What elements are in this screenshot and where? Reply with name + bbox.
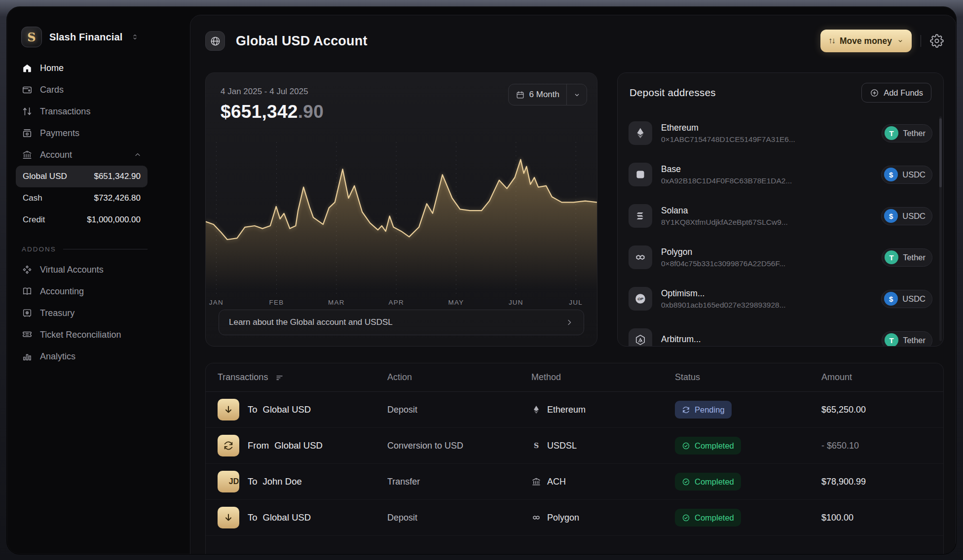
sidebar-nav-item[interactable]: Home <box>16 57 148 79</box>
deposit-addresses-panel: Deposit addresses Add Funds <box>617 72 944 347</box>
move-money-button[interactable]: ↑↓ Move money <box>820 30 912 52</box>
transaction-row[interactable]: To Global USD Deposit Ethereum Pending <box>206 392 943 428</box>
token-label: USDC <box>902 211 926 221</box>
deposit-address-row[interactable]: Base 0xA92B18C1D4F0F8C63B78E1DA2... $ US… <box>629 161 932 188</box>
token-badge: T Tether <box>882 331 932 347</box>
deposit-address-row[interactable]: Arbitrum... T Tether <box>629 326 932 347</box>
sidebar-addon-item[interactable]: Accounting <box>16 280 148 302</box>
account-label: Credit <box>23 215 45 225</box>
sidebar-nav-item[interactable]: Account <box>16 144 148 166</box>
account-row[interactable]: Global USD $651,342.90 <box>16 166 148 187</box>
settings-gear-icon[interactable] <box>930 34 944 48</box>
month-label: JUN <box>509 299 523 306</box>
account-amount: $732,426.80 <box>94 193 141 203</box>
chain-icon <box>634 334 647 347</box>
deposit-address-row[interactable]: OP Optimism... 0xb8901acb165ed027e329893… <box>629 285 932 313</box>
account-label: Cash <box>23 193 42 203</box>
transaction-glyph <box>223 512 234 523</box>
token-icon: $ <box>884 292 898 306</box>
chain-icon-chip <box>629 328 652 347</box>
cell-action: Conversion to USD <box>387 441 531 451</box>
transaction-label: From Global USD <box>248 440 323 451</box>
month-label: JAN <box>209 299 223 306</box>
sidebar: S Slash Financial Home Cards <box>7 7 190 554</box>
sort-icon[interactable] <box>275 373 285 383</box>
direction-prefix: From <box>248 440 269 451</box>
nav-icon <box>22 106 33 117</box>
brand-name: Slash Financial <box>49 32 123 43</box>
up-down-arrows-icon: ↑↓ <box>828 36 835 46</box>
addon-label: Treasury <box>40 308 74 318</box>
workspace-switcher[interactable]: S Slash Financial <box>21 27 148 47</box>
transaction-label: To Global USD <box>248 404 311 415</box>
period-selector[interactable]: 6 Month <box>508 84 587 105</box>
status-icon <box>682 514 690 522</box>
scrollbar-thumb[interactable] <box>939 118 942 187</box>
balance-cents: .90 <box>298 102 324 122</box>
month-axis: JANFEBMARAPRMAYJUNJUL <box>206 299 597 309</box>
cell-method: ACH <box>531 477 675 487</box>
transaction-label: To Global USD <box>248 512 311 523</box>
nav-icon <box>22 149 33 160</box>
svg-text:S: S <box>534 442 539 450</box>
addons-header: ADDONS <box>16 245 148 253</box>
addon-icon <box>22 308 33 318</box>
divider <box>921 35 921 47</box>
sidebar-nav-item[interactable]: Transactions <box>16 101 148 122</box>
status-icon <box>682 478 690 486</box>
addon-icon <box>22 351 33 362</box>
balance-chart-card: 4 Jan 2025 - 4 Jul 2025 $651,342.90 6 Mo… <box>205 72 597 347</box>
method-label: Ethereum <box>547 405 586 415</box>
sidebar-nav-item[interactable]: Payments <box>16 122 148 144</box>
period-caret[interactable] <box>567 91 587 99</box>
chain-icon-chip <box>629 204 652 228</box>
direction-prefix: To <box>248 512 258 523</box>
add-funds-button[interactable]: Add Funds <box>861 83 931 103</box>
chain-icon-chip <box>629 121 652 145</box>
method-label: ACH <box>547 477 566 487</box>
transaction-row[interactable]: JD To John Doe Transfer ACH <box>206 464 943 500</box>
cell-action: Transfer <box>387 477 531 487</box>
month-label: APR <box>389 299 404 306</box>
slash-logo-icon: S <box>21 27 42 47</box>
wallet-address: 8Y1KQ8XtfmUdjkfA2eBpt67SLCw9... <box>661 218 788 227</box>
month-label: FEB <box>269 299 284 306</box>
sidebar-addon-item[interactable]: Treasury <box>16 302 148 324</box>
deposit-address-row[interactable]: Ethereum 0×1ABC7154748D1CE5149F7A31E6...… <box>629 119 932 147</box>
account-amount: $1,000,000.00 <box>87 215 141 225</box>
deposit-address-row[interactable]: Polygon 0×8f04c75b331c3099876A22D56F... … <box>629 244 932 271</box>
chain-icon-chip: OP <box>629 287 652 311</box>
transaction-glyph <box>223 440 234 451</box>
method-label: Polygon <box>547 513 579 523</box>
method-icon <box>531 477 541 487</box>
chevron-up-icon <box>134 107 142 115</box>
globe-chip <box>205 31 225 51</box>
sidebar-addon-item[interactable]: Analytics <box>16 346 148 367</box>
token-badge: T Tether <box>882 248 932 267</box>
transaction-label: To John Doe <box>248 476 302 487</box>
nav-icon <box>22 128 33 139</box>
learn-banner[interactable]: Learn about the Global account and USDSL <box>219 310 584 335</box>
addon-label: Analytics <box>40 351 75 362</box>
cell-action: Deposit <box>387 513 531 523</box>
token-label: USDC <box>902 294 926 304</box>
transaction-row[interactable]: To Global USD Deposit Polygon Completed <box>206 500 943 536</box>
chevron-down-icon <box>897 37 904 44</box>
direction-prefix: To <box>248 404 258 415</box>
chain-icon <box>634 210 647 222</box>
plus-circle-icon <box>870 88 879 98</box>
network-name: Polygon <box>661 247 785 257</box>
transaction-row[interactable]: From Global USD Conversion to USD S USDS… <box>206 428 943 464</box>
deposit-address-row[interactable]: Solana 8Y1KQ8XtfmUdjkfA2eBpt67SLCw9... $… <box>629 202 932 230</box>
sidebar-nav-item[interactable]: Cards <box>16 79 148 101</box>
account-row[interactable]: Cash $732,426.80 <box>16 187 148 209</box>
chain-icon: OP <box>634 292 647 305</box>
token-icon: T <box>885 250 898 264</box>
token-label: Tether <box>903 336 926 345</box>
sidebar-addon-item[interactable]: Ticket Reconciliation <box>16 324 148 346</box>
nav-label: Cards <box>40 85 64 95</box>
account-row[interactable]: Credit $1,000,000.00 <box>16 209 148 231</box>
token-label: USDC <box>902 170 926 179</box>
cell-method: S USDSL <box>531 441 675 451</box>
sidebar-addon-item[interactable]: Virtual Accounts <box>16 259 148 280</box>
